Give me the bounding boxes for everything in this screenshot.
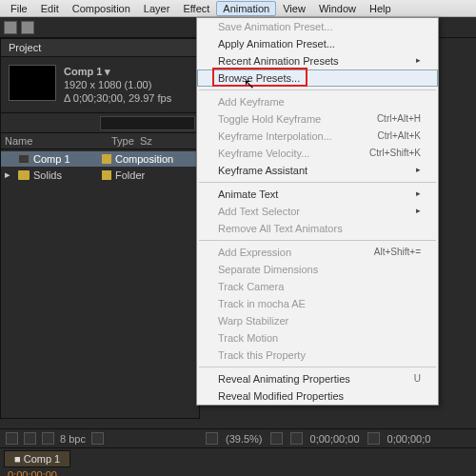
menu-layer[interactable]: Layer — [137, 1, 177, 16]
menu-item-remove-all-text-animators: Remove All Text Animators — [197, 220, 438, 237]
animation-menu: Save Animation Preset...Apply Animation … — [196, 17, 439, 406]
menu-help[interactable]: Help — [363, 1, 398, 16]
project-tab[interactable]: Project — [1, 39, 199, 57]
comp-icon — [18, 154, 30, 164]
viewer-time[interactable]: 0;00;00;00 — [310, 433, 360, 445]
menu-item-toggle-hold-keyframe: Toggle Hold KeyframeCtrl+Alt+H — [197, 110, 438, 128]
new-folder-icon[interactable] — [24, 432, 36, 445]
viewer-footer: (39.5%) 0;00;00;00 0;00;00;0 — [200, 428, 476, 447]
magnify-icon[interactable] — [206, 432, 218, 445]
menu-item-add-keyframe: Add Keyframe — [197, 93, 438, 110]
menu-item-recent-animation-presets[interactable]: Recent Animation Presets — [197, 52, 438, 69]
folder-icon — [18, 170, 30, 180]
comp-name[interactable]: Comp 1 ▾ — [64, 65, 110, 78]
menu-item-reveal-animating-properties[interactable]: Reveal Animating PropertiesU — [197, 370, 438, 387]
timeline-panel: ■ Comp 1 0:00:00:00 — [0, 447, 476, 476]
menu-item-add-expression: Add ExpressionAlt+Shift+= — [197, 244, 438, 261]
menu-item-add-text-selector: Add Text Selector — [197, 203, 438, 220]
col-name[interactable]: Name — [5, 135, 100, 147]
menu-item-keyframe-velocity: Keyframe Velocity...Ctrl+Shift+K — [197, 145, 438, 162]
menu-item-reveal-modified-properties[interactable]: Reveal Modified Properties — [197, 387, 438, 405]
project-column-headers[interactable]: Name Type Sz — [1, 133, 199, 149]
menu-edit[interactable]: Edit — [34, 1, 66, 16]
comp-duration: Δ 0;00;30;00, 29.97 fps — [64, 91, 171, 105]
menu-item-browse-presets[interactable]: Browse Presets... — [197, 69, 438, 87]
menu-item-track-motion: Track Motion — [197, 329, 438, 347]
menu-item-separate-dimensions: Separate Dimensions — [197, 261, 438, 278]
composition-thumbnail — [9, 65, 56, 101]
hand-tool-icon[interactable] — [21, 21, 34, 34]
menu-item-track-camera: Track Camera — [197, 278, 438, 295]
menu-item-track-this-property: Track this Property — [197, 347, 438, 364]
bpc-label[interactable]: 8 bpc — [60, 433, 86, 445]
menu-item-warp-stabilizer: Warp Stabilizer — [197, 312, 438, 329]
item-name: Comp 1 — [33, 153, 98, 165]
project-panel: Project Comp 1 ▾ 1920 x 1080 (1.00) Δ 0;… — [0, 38, 200, 419]
menu-animation[interactable]: Animation — [216, 1, 276, 16]
new-comp-icon[interactable] — [42, 432, 54, 445]
project-footer: 8 bpc — [0, 428, 200, 447]
menu-item-keyframe-interpolation: Keyframe Interpolation...Ctrl+Alt+K — [197, 128, 438, 145]
mask-icon[interactable] — [290, 432, 303, 445]
viewer-time2: 0;00;00;0 — [387, 433, 431, 445]
project-item[interactable]: ▸ Solids Folder — [1, 167, 199, 183]
menu-window[interactable]: Window — [312, 1, 363, 16]
menu-effect[interactable]: Effect — [176, 1, 216, 16]
snapshot-icon[interactable] — [367, 432, 380, 445]
timeline-tab[interactable]: ■ Comp 1 — [4, 450, 70, 467]
col-size[interactable]: Sz — [140, 135, 152, 147]
menubar: FileEditCompositionLayerEffectAnimationV… — [0, 0, 476, 17]
grid-icon[interactable] — [270, 432, 283, 445]
zoom-level[interactable]: (39.5%) — [226, 433, 263, 445]
menu-item-keyframe-assistant[interactable]: Keyframe Assistant — [197, 162, 438, 179]
project-items: Comp 1 Composition▸ Solids Folder — [1, 149, 199, 185]
project-search-input[interactable] — [100, 116, 195, 130]
project-search-row — [1, 112, 199, 133]
menu-item-track-in-mocha-ae: Track in mocha AE — [197, 295, 438, 312]
menu-item-animate-text[interactable]: Animate Text — [197, 186, 438, 203]
item-name: Solids — [33, 169, 98, 181]
trash-icon[interactable] — [91, 432, 104, 445]
item-type: Folder — [115, 169, 145, 181]
interpret-icon[interactable] — [6, 432, 18, 445]
label-swatch[interactable] — [102, 154, 111, 164]
menu-item-apply-animation-preset[interactable]: Apply Animation Preset... — [197, 35, 438, 52]
project-item[interactable]: Comp 1 Composition — [1, 151, 199, 167]
selection-tool-icon[interactable] — [4, 21, 17, 34]
menu-file[interactable]: File — [4, 1, 34, 16]
menu-view[interactable]: View — [276, 1, 312, 16]
timeline-time[interactable]: 0:00:00:00 — [0, 469, 476, 476]
item-type: Composition — [115, 153, 173, 165]
comp-dimensions: 1920 x 1080 (1.00) — [64, 78, 171, 91]
menu-item-save-animation-preset: Save Animation Preset... — [197, 18, 438, 35]
col-type[interactable]: Type — [111, 135, 140, 147]
menu-composition[interactable]: Composition — [66, 1, 137, 16]
label-swatch[interactable] — [102, 170, 111, 180]
